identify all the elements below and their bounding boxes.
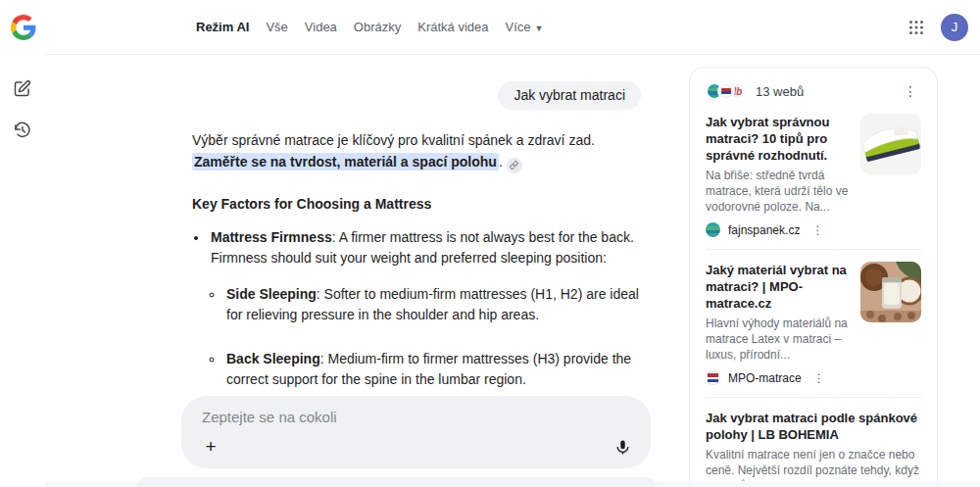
source-card-text: Jak vybrat správnou matraci? 10 tipů pro… (706, 114, 851, 237)
history-icon[interactable] (12, 120, 32, 140)
source-snippet: Hlavní výhody materiálů na matrace Latex… (706, 316, 851, 363)
source-domain: MPO-matrace (728, 371, 802, 385)
source-attribution-row: MPO-matrace ⋮ (706, 370, 851, 385)
tab-more-label: Více (506, 20, 531, 34)
favicon-fajnspanek-icon (706, 222, 720, 237)
sources-count-label: 13 webů (756, 84, 804, 99)
answer-intro-plain: Výběr správné matrace je klíčový pro kva… (192, 132, 595, 148)
sub-bullet-lead: Side Sleeping (226, 286, 317, 302)
source-thumbnail-coconut (860, 262, 921, 322)
ask-anything-composer[interactable]: + (181, 396, 651, 468)
source-card[interactable]: Jaký materiál vybrat na matraci? | MPO-m… (706, 249, 921, 397)
sources-panel-header: lb 13 webů ⋮ (706, 80, 921, 102)
source-favicon-stack: lb (706, 82, 747, 100)
tab-all[interactable]: Vše (266, 20, 287, 34)
user-message-row: Jak vybrat matraci (192, 81, 641, 110)
answer-highlighted-phrase: Zaměřte se na tvrdost, materiál a spací … (192, 153, 499, 170)
source-attribution-row: fajnspanek.cz ⋮ (706, 222, 851, 237)
google-apps-grid-icon[interactable] (908, 20, 924, 35)
source-card-text: Jak vybrat matraci podle spánkové polohy… (706, 410, 921, 487)
search-tabs: Režim AI Vše Videa Obrázky Krátká videa … (196, 20, 543, 34)
tab-ai-mode[interactable]: Režim AI (196, 20, 249, 34)
answer-intro-paragraph: Výběr správné matrace je klíčový pro kva… (192, 129, 641, 173)
source-title: Jaký materiál vybrat na matraci? | MPO-m… (706, 262, 851, 312)
left-rail (0, 0, 45, 487)
bottom-stacked-card-edge (137, 477, 657, 487)
source-thumbnail-mattress (860, 114, 921, 174)
chevron-down-icon: ▼ (535, 24, 544, 33)
bullet-lead: Mattress Firmness (211, 229, 332, 245)
tab-more[interactable]: Více▼ (506, 20, 544, 34)
source-card-text: Jaký materiál vybrat na matraci? | MPO-m… (706, 262, 851, 385)
avatar[interactable]: J (941, 14, 968, 41)
tab-short-videos[interactable]: Krátká videa (417, 20, 488, 34)
source-kebab-menu-icon[interactable]: ⋮ (811, 223, 823, 237)
google-g-icon (11, 15, 36, 40)
top-navigation-bar: Režim AI Vše Videa Obrázky Krátká videa … (45, 0, 980, 55)
panel-kebab-menu-icon[interactable]: ⋮ (900, 82, 921, 100)
source-kebab-menu-icon[interactable]: ⋮ (813, 371, 825, 385)
mic-icon (614, 439, 631, 456)
sub-bullet-lead: Back Sleeping (226, 351, 320, 366)
favicon-mpo-matrace-icon (706, 370, 720, 385)
mic-button[interactable] (610, 434, 635, 460)
source-card[interactable]: Jak vybrat správnou matraci? 10 tipů pro… (706, 102, 921, 249)
source-snippet: Na břiše: středně tvrdá matrace, která u… (706, 168, 851, 215)
answer-section-heading: Key Factors for Choosing a Mattress (192, 196, 641, 212)
source-card[interactable]: Jak vybrat matraci podle spánkové polohy… (706, 397, 921, 487)
header-right: J (908, 14, 980, 41)
user-query-bubble: Jak vybrat matraci (498, 81, 641, 110)
ask-input[interactable] (202, 409, 574, 425)
sub-bullet-side-sleeping: Side Sleeping: Softer to medium-firm mat… (224, 284, 641, 325)
answer-intro-after: . (499, 154, 503, 170)
ai-mode-page: Režim AI Vše Videa Obrázky Krátká videa … (0, 0, 980, 487)
sources-panel: lb 13 webů ⋮ Jak vybrat správnou matraci… (689, 67, 938, 487)
add-attachment-button[interactable]: + (198, 434, 223, 460)
citation-link-icon[interactable] (507, 158, 522, 173)
sub-bullet-back-sleeping: Back Sleeping: Medium-firm to firmer mat… (224, 349, 641, 390)
new-chat-icon[interactable] (12, 78, 32, 99)
tab-images[interactable]: Obrázky (354, 20, 401, 34)
tab-videos[interactable]: Videa (305, 20, 337, 34)
google-logo[interactable] (11, 15, 36, 40)
source-title: Jak vybrat matraci podle spánkové polohy… (706, 410, 921, 443)
source-domain: fajnspanek.cz (728, 223, 800, 237)
favicon-mpo-matrace-icon (717, 82, 735, 100)
source-title: Jak vybrat správnou matraci? 10 tipů pro… (706, 114, 851, 164)
